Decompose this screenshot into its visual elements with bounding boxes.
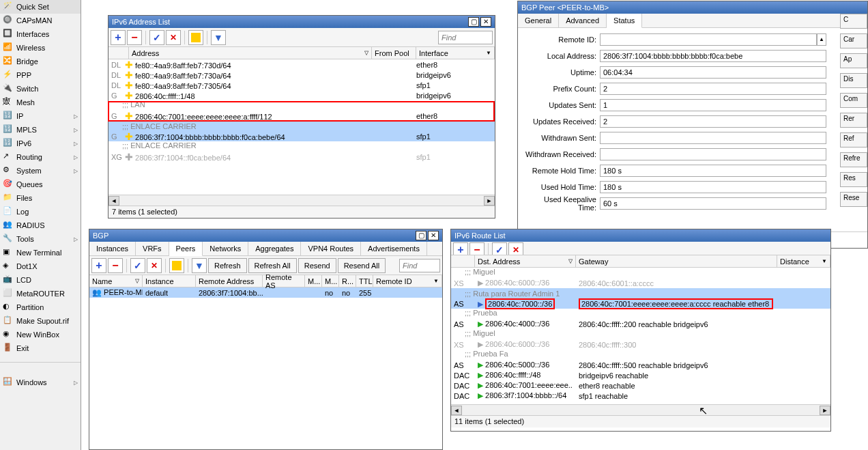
- sidebar-item-dot1x[interactable]: ◈Dot1X: [0, 259, 81, 273]
- resend-button[interactable]: Resend: [298, 258, 336, 273]
- col-dst[interactable]: Dst. Address▽: [475, 255, 576, 267]
- comment-row[interactable]: ;;; Prueba Fa: [451, 350, 830, 360]
- refresh-button[interactable]: Refresh: [208, 258, 247, 273]
- side-button-6[interactable]: Ref: [840, 132, 867, 147]
- field-input[interactable]: [600, 132, 826, 144]
- col-m1[interactable]: M...: [305, 275, 322, 287]
- field-input[interactable]: [600, 50, 826, 62]
- side-button-3[interactable]: Dis: [840, 73, 867, 88]
- add-button[interactable]: +: [111, 30, 126, 45]
- enable-button[interactable]: ✓: [149, 30, 164, 45]
- col-m2[interactable]: M...: [322, 275, 339, 287]
- bgppeer-titlebar[interactable]: BGP Peer <PEER-to-MB>: [518, 1, 867, 14]
- address-row[interactable]: G✚ 2806:40c:ffff::1/48bridgeipv6: [108, 90, 495, 100]
- address-row[interactable]: G✚ 2806:40c:7001:eeee:eeee:eeee:a:ffff/1…: [108, 111, 495, 121]
- resend-all-button[interactable]: Resend All: [338, 258, 386, 273]
- tab-general[interactable]: General: [518, 14, 559, 27]
- filter-button[interactable]: ▼: [211, 30, 226, 45]
- sidebar-item-quick-set[interactable]: 🪄Quick Set: [0, 0, 81, 14]
- sidebar-item-mesh[interactable]: 🕸Mesh: [0, 96, 81, 109]
- remove-button[interactable]: −: [469, 242, 484, 255]
- add-button[interactable]: +: [91, 258, 106, 273]
- tab-status[interactable]: Status: [607, 14, 642, 28]
- sidebar-item-radius[interactable]: 👥RADIUS: [0, 219, 81, 232]
- sidebar-item-interfaces[interactable]: 🔲Interfaces: [0, 27, 81, 41]
- up-arrow[interactable]: ▲: [817, 33, 826, 46]
- sidebar-item-wireless[interactable]: 📶Wireless: [0, 41, 81, 55]
- sidebar-item-partition[interactable]: ◐Partition: [0, 300, 81, 314]
- col-remote-as[interactable]: Remote AS: [263, 275, 305, 287]
- comment-row[interactable]: ;;; ENLACE CARRIER: [108, 121, 495, 131]
- comment-button[interactable]: [188, 30, 203, 45]
- sidebar-item-log[interactable]: 📄Log: [0, 205, 81, 219]
- ipv6addr-titlebar[interactable]: IPv6 Address List ▢ ✕: [108, 16, 495, 28]
- sidebar-item-files[interactable]: 📁Files: [0, 191, 81, 205]
- side-button-9[interactable]: Rese: [840, 192, 867, 207]
- sidebar-item-ip[interactable]: 🔢IP▷: [0, 109, 81, 123]
- sidebar-item-windows[interactable]: 🪟 Windows ▷: [0, 376, 81, 389]
- col-r[interactable]: R...: [339, 275, 356, 287]
- minimize-button[interactable]: ▢: [468, 17, 479, 27]
- col-remote-addr[interactable]: Remote Address: [196, 275, 263, 287]
- sidebar-item-tools[interactable]: 🔧Tools▷: [0, 232, 81, 246]
- sidebar-item-ppp[interactable]: ⚡PPP: [0, 68, 81, 82]
- side-button-1[interactable]: Car: [840, 33, 867, 48]
- disable-button[interactable]: ✕: [147, 258, 162, 273]
- enable-button[interactable]: ✓: [130, 258, 145, 273]
- h-scrollbar[interactable]: ◄►: [108, 195, 495, 206]
- ipv6route-titlebar[interactable]: IPv6 Route List: [451, 229, 830, 242]
- close-button[interactable]: ✕: [480, 17, 491, 27]
- route-row[interactable]: XS▶ 2806:40c:6000::/362806:40c:6001::a:c…: [451, 278, 830, 288]
- side-button-0[interactable]: C: [840, 14, 867, 29]
- col-address[interactable]: Address▽: [129, 47, 372, 59]
- close-button[interactable]: ✕: [428, 231, 439, 240]
- tab-instances[interactable]: Instances: [89, 242, 136, 255]
- sidebar-item-new-winbox[interactable]: ◉New WinBox: [0, 328, 81, 341]
- col-instance[interactable]: Instance: [143, 275, 196, 287]
- route-row[interactable]: XS▶ 2806:40c:6000::/362806:40c:ffff::300: [451, 339, 830, 350]
- field-input[interactable]: [600, 148, 826, 160]
- tab-aggregates[interactable]: Aggregates: [248, 242, 301, 255]
- address-row[interactable]: DL✚ fe80::4aa9:8aff:feb7:730d/64ether8: [108, 59, 495, 70]
- route-row[interactable]: AS▶ 2806:40c:7000::/362806:40c:7001:eeee…: [451, 298, 830, 309]
- sidebar-item-lcd[interactable]: 📺LCD: [0, 273, 81, 287]
- sidebar-item-routing[interactable]: ↗Routing▷: [0, 150, 81, 164]
- col-gateway[interactable]: Gateway: [576, 255, 777, 267]
- field-input[interactable]: [600, 165, 826, 177]
- field-input[interactable]: [600, 181, 826, 193]
- field-input[interactable]: [600, 115, 826, 128]
- bgp-titlebar[interactable]: BGP ▢ ✕: [89, 229, 442, 242]
- col-name[interactable]: Name▽: [89, 275, 143, 287]
- route-row[interactable]: DAC▶ 2806:40c:ffff::/48bridgeipv6 reacha…: [451, 370, 830, 380]
- field-input[interactable]: [600, 33, 817, 46]
- refresh-all-button[interactable]: Refresh All: [248, 258, 297, 273]
- sidebar-item-exit[interactable]: 🚪Exit: [0, 341, 81, 355]
- col-interface[interactable]: Interface▼: [416, 47, 495, 59]
- route-row[interactable]: DAC▶ 2806:40c:7001:eeee:eee..ether8 reac…: [451, 380, 830, 391]
- route-row[interactable]: AS▶ 2806:40c:4000::/362806:40c:ffff::200…: [451, 319, 830, 329]
- field-input[interactable]: [600, 66, 826, 79]
- sidebar-item-mpls[interactable]: 🔢MPLS▷: [0, 123, 81, 137]
- comment-row[interactable]: ;;; Prueba: [451, 309, 830, 319]
- field-input[interactable]: [600, 99, 826, 111]
- address-row[interactable]: DL✚ fe80::4aa9:8aff:feb7:7305/64sfp1: [108, 80, 495, 90]
- side-button-5[interactable]: Rer: [840, 113, 867, 128]
- route-row[interactable]: AS▶ 2806:40c:5000::/362806:40c:ffff::500…: [451, 360, 830, 370]
- route-row[interactable]: DAC▶ 2806:3f7:1004:bbbb::/64sfp1 reachab…: [451, 391, 830, 401]
- tab-vpn4-routes[interactable]: VPN4 Routes: [301, 242, 361, 255]
- comment-row[interactable]: ;;; Miguel: [451, 268, 830, 278]
- col-frompool[interactable]: From Pool: [372, 47, 416, 59]
- add-button[interactable]: +: [453, 242, 468, 255]
- sidebar-item-switch[interactable]: 🔌Switch: [0, 82, 81, 96]
- col-ttl[interactable]: TTL: [356, 275, 373, 287]
- disable-button[interactable]: ✕: [166, 30, 181, 45]
- sidebar-item-metarouter[interactable]: ⬜MetaROUTER: [0, 287, 81, 300]
- address-row[interactable]: G✚ 2806:3f7:1004:bbbb:bbbb:bbbb:f0ca:beb…: [108, 131, 495, 141]
- minimize-button[interactable]: ▢: [416, 231, 426, 240]
- comment-row[interactable]: ;;; LAN: [108, 100, 495, 111]
- sidebar-item-make-supout.rif[interactable]: 📋Make Supout.rif: [0, 314, 81, 328]
- comment-button[interactable]: [169, 258, 184, 273]
- sidebar-item-new-terminal[interactable]: ▣New Terminal: [0, 246, 81, 259]
- field-input[interactable]: [600, 83, 826, 95]
- sidebar-item-ipv6[interactable]: 🔢IPv6▷: [0, 137, 81, 150]
